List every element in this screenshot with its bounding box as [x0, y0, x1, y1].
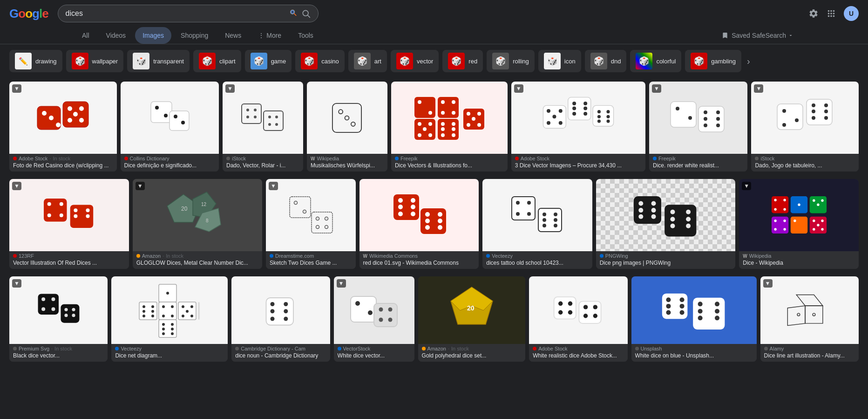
chip-icon[interactable]: 🎲 icon [538, 50, 581, 72]
image-card-6[interactable]: ▼ Adobe Stock 3 Dice Vector Imagens – Pr… [511, 82, 645, 172]
source-23: Alamy [764, 346, 855, 351]
image-card-16[interactable]: ▼ Premium Svg · In stock Black dice vect… [9, 276, 108, 362]
svg-point-137 [438, 212, 442, 217]
svg-point-225 [162, 328, 165, 330]
svg-point-87 [704, 110, 707, 114]
svg-point-231 [270, 302, 274, 306]
image-card-12[interactable]: W Wikimedia Commons red dice 01.svg - Wi… [359, 179, 479, 269]
image-card-20[interactable]: 20 Amazon · In stock Gold polyhedral dic… [418, 276, 526, 362]
svg-rect-86 [698, 106, 724, 132]
chip-dnd[interactable]: 🎲 dnd [585, 50, 627, 72]
svg-point-160 [651, 214, 656, 219]
svg-point-208 [151, 315, 154, 317]
filter-chips: ✏️ drawing 🎲 wallpaper 🎲 transparent 🎲 c… [0, 44, 868, 78]
svg-rect-109 [70, 205, 94, 228]
source-10: Amazon · In stock [136, 253, 258, 259]
chip-transparent[interactable]: 🎲 transparent [127, 50, 190, 72]
svg-rect-161 [665, 205, 697, 236]
svg-point-264 [680, 310, 685, 315]
image-card-19[interactable]: ▼ VectorStock White dice vector... [334, 276, 414, 362]
svg-point-48 [418, 133, 421, 137]
svg-point-257 [593, 314, 597, 318]
image-card-1[interactable]: ▼ Adobe Stock · In stock Foto de Red Cas… [9, 82, 117, 172]
image-card-7[interactable]: ▼ Freepik Dice. render white realist... [649, 82, 747, 172]
title-12: red dice 01.svg - Wikimedia Commons [363, 260, 475, 266]
chip-vector[interactable]: 🎲 vector [391, 50, 439, 72]
tab-shopping[interactable]: Shopping [173, 27, 216, 44]
image-card-15[interactable]: ▼ W Wikipedia Dice - Wikipedia [739, 179, 859, 269]
svg-point-266 [698, 302, 703, 306]
apps-button[interactable] [826, 8, 836, 19]
settings-button[interactable] [808, 8, 819, 19]
image-card-8[interactable]: ▼ iStock Dado, Jogo de tabuleiro, ... [751, 82, 859, 172]
svg-point-72 [572, 106, 576, 110]
svg-point-138 [425, 219, 430, 223]
svg-point-149 [554, 213, 557, 216]
svg-rect-123 [312, 212, 332, 233]
image-card-4[interactable]: W Wikipedia Musikalisches Würfelspi... [307, 82, 387, 172]
image-card-22[interactable]: Unsplash White dice on blue - Unsplash..… [631, 276, 757, 362]
svg-rect-39 [438, 97, 459, 118]
chip-rolling[interactable]: 🎲 rolling [487, 50, 535, 72]
image-card-3[interactable]: ▼ iStock Dado, Vector, Rolar - i... [223, 82, 303, 172]
svg-point-99 [824, 103, 828, 107]
svg-rect-154 [634, 196, 661, 224]
image-card-21[interactable]: Adobe Stock White realistic dice Adobe S… [529, 276, 627, 362]
svg-point-132 [411, 205, 415, 209]
svg-point-90 [716, 117, 720, 121]
image-card-13[interactable]: Vecteezy dices tattoo old school 10423..… [482, 179, 592, 269]
svg-point-8 [49, 116, 54, 120]
chip-casino[interactable]: 🎲 casino [295, 50, 345, 72]
save-icon-16: ▼ [12, 279, 21, 288]
image-card-18[interactable]: Cambridge Dictionary - Cam dice noun - C… [231, 276, 330, 362]
title-19: White dice vector... [338, 352, 411, 359]
saved-button[interactable]: Saved [721, 32, 750, 39]
svg-point-218 [190, 305, 193, 308]
image-card-14[interactable]: PNGWing Dice png images | PNGWing [596, 179, 736, 269]
search-input[interactable] [66, 9, 285, 18]
svg-point-73 [583, 106, 587, 110]
tab-more[interactable]: ⋮ More [251, 27, 289, 44]
svg-point-23 [246, 109, 249, 111]
save-icon-7: ▼ [652, 84, 661, 93]
svg-point-106 [60, 202, 63, 206]
chip-gambling[interactable]: 🎲 gambling [685, 50, 741, 72]
tab-news[interactable]: News [217, 27, 249, 44]
source-7: Freepik [653, 156, 744, 161]
image-card-10[interactable]: 20 12 8 ▼ Amazon · In stock GLOGLOW Dice… [133, 179, 262, 269]
chip-clipart[interactable]: 🎲 clipart [193, 50, 241, 72]
title-11: Sketch Two Dices Game ... [270, 260, 352, 266]
image-card-5[interactable]: Freepik Dice Vectors & Illustrations fo.… [391, 82, 508, 172]
chip-game[interactable]: 🎲 game [245, 50, 292, 72]
svg-text:12: 12 [201, 202, 207, 207]
chip-wallpaper[interactable]: 🎲 wallpaper [66, 50, 124, 72]
svg-point-213 [171, 305, 174, 308]
image-card-11[interactable]: ▼ Dreamstime.com Sketch Two Dices Game .… [266, 179, 356, 269]
scroll-right-arrow[interactable]: › [745, 54, 752, 69]
chip-colorful[interactable]: 🎲 colorful [630, 50, 681, 72]
svg-point-150 [542, 218, 546, 222]
svg-point-260 [680, 297, 685, 302]
tab-videos[interactable]: Videos [99, 27, 134, 44]
svg-point-113 [86, 214, 90, 218]
svg-point-256 [583, 314, 588, 318]
search-button[interactable] [301, 9, 311, 18]
lens-icon[interactable] [288, 9, 298, 18]
image-row-2: ▼ 123RF Vector Illustration Of Red Dices… [9, 179, 859, 269]
tools-button[interactable]: Tools [291, 28, 321, 43]
svg-rect-76 [593, 105, 613, 126]
header: Google U [0, 0, 868, 27]
image-card-9[interactable]: ▼ 123RF Vector Illustration Of Red Dices… [9, 179, 129, 269]
image-card-23[interactable]: ▼ Alamy Dice line art illustration - Ala… [760, 276, 859, 362]
tab-all[interactable]: All [75, 27, 97, 44]
chip-red[interactable]: 🎲 red [442, 50, 483, 72]
image-card-17[interactable]: Vecteezy Dice net diagram... [111, 276, 228, 362]
image-card-2[interactable]: Collins Dictionary Dice definição e sign… [121, 82, 219, 172]
tab-images[interactable]: Images [135, 27, 171, 44]
safesearch-button[interactable]: SafeSearch [752, 32, 793, 39]
avatar[interactable]: U [844, 6, 859, 21]
chip-art[interactable]: 🎲 art [348, 50, 387, 72]
chip-drawing[interactable]: ✏️ drawing [9, 50, 62, 72]
svg-point-217 [182, 305, 184, 308]
svg-point-70 [572, 101, 576, 105]
